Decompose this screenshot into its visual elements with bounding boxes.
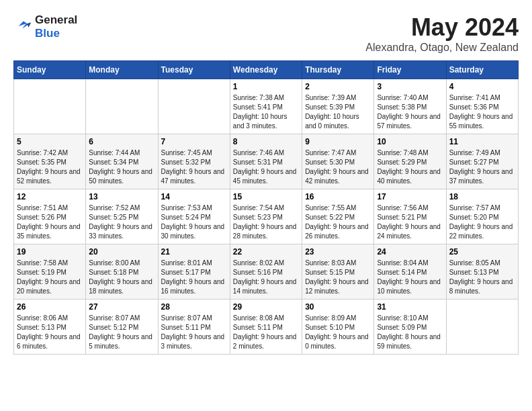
daylight-text: Daylight: 9 hours and 3 minutes. <box>161 333 225 350</box>
sunrise-text: Sunrise: 8:09 AM <box>305 314 356 322</box>
day-number: 8 <box>233 137 299 146</box>
day-info: Sunrise: 8:04 AM Sunset: 5:14 PM Dayligh… <box>377 259 443 296</box>
sunset-text: Sunset: 5:24 PM <box>161 214 211 221</box>
sunrise-text: Sunrise: 7:53 AM <box>161 204 212 212</box>
page-header: General Blue May 2024 Alexandra, Otago, … <box>13 13 519 54</box>
day-info: Sunrise: 7:42 AM Sunset: 5:35 PM Dayligh… <box>17 148 83 186</box>
daylight-text: Daylight: 9 hours and 35 minutes. <box>17 223 81 240</box>
day-number: 23 <box>305 247 371 257</box>
day-info: Sunrise: 7:51 AM Sunset: 5:26 PM Dayligh… <box>17 203 83 241</box>
sunrise-text: Sunrise: 8:03 AM <box>305 259 356 267</box>
sunset-text: Sunset: 5:16 PM <box>233 269 283 276</box>
calendar-cell: 13 Sunrise: 7:52 AM Sunset: 5:25 PM Dayl… <box>86 189 158 244</box>
calendar-cell: 2 Sunrise: 7:39 AM Sunset: 5:39 PM Dayli… <box>302 79 374 134</box>
calendar-cell: 12 Sunrise: 7:51 AM Sunset: 5:26 PM Dayl… <box>14 189 86 244</box>
day-number: 3 <box>377 82 443 91</box>
daylight-text: Daylight: 9 hours and 10 minutes. <box>377 278 441 295</box>
day-number: 30 <box>305 302 371 312</box>
sunrise-text: Sunrise: 8:02 AM <box>233 259 284 267</box>
daylight-text: Daylight: 9 hours and 24 minutes. <box>377 223 441 240</box>
logo-icon <box>13 17 32 36</box>
day-number: 7 <box>161 137 227 146</box>
sunset-text: Sunset: 5:14 PM <box>377 269 427 276</box>
day-number: 5 <box>17 137 83 146</box>
day-info: Sunrise: 7:53 AM Sunset: 5:24 PM Dayligh… <box>161 203 227 241</box>
day-info: Sunrise: 7:49 AM Sunset: 5:27 PM Dayligh… <box>449 148 515 186</box>
sunrise-text: Sunrise: 7:47 AM <box>305 149 356 156</box>
sunrise-text: Sunrise: 8:04 AM <box>377 259 428 267</box>
day-number: 17 <box>377 192 443 201</box>
sunset-text: Sunset: 5:13 PM <box>17 324 66 331</box>
calendar-cell: 14 Sunrise: 7:53 AM Sunset: 5:24 PM Dayl… <box>158 189 230 244</box>
sunset-text: Sunset: 5:15 PM <box>305 269 355 276</box>
day-info: Sunrise: 8:07 AM Sunset: 5:12 PM Dayligh… <box>89 314 154 351</box>
day-number: 10 <box>377 137 443 146</box>
calendar-cell: 4 Sunrise: 7:41 AM Sunset: 5:36 PM Dayli… <box>446 79 518 134</box>
daylight-text: Daylight: 9 hours and 22 minutes. <box>449 223 513 240</box>
day-info: Sunrise: 8:03 AM Sunset: 5:15 PM Dayligh… <box>305 259 371 296</box>
title-block: May 2024 Alexandra, Otago, New Zealand <box>365 13 519 54</box>
daylight-text: Daylight: 9 hours and 12 minutes. <box>305 278 369 295</box>
sunrise-text: Sunrise: 7:54 AM <box>233 204 284 212</box>
day-number: 29 <box>233 302 299 312</box>
calendar-cell <box>446 300 518 355</box>
day-number: 13 <box>89 192 154 201</box>
sunset-text: Sunset: 5:26 PM <box>17 214 66 221</box>
daylight-text: Daylight: 9 hours and 37 minutes. <box>449 168 513 185</box>
daylight-text: Daylight: 9 hours and 28 minutes. <box>233 223 297 240</box>
sunset-text: Sunset: 5:31 PM <box>233 158 283 166</box>
daylight-text: Daylight: 9 hours and 50 minutes. <box>89 168 152 185</box>
calendar-cell: 23 Sunrise: 8:03 AM Sunset: 5:15 PM Dayl… <box>302 244 374 300</box>
day-number: 21 <box>161 247 227 257</box>
sunrise-text: Sunrise: 7:52 AM <box>89 204 140 212</box>
calendar-cell: 10 Sunrise: 7:48 AM Sunset: 5:29 PM Dayl… <box>374 134 446 189</box>
weekday-header-thursday: Thursday <box>302 61 374 79</box>
sunrise-text: Sunrise: 8:05 AM <box>449 259 500 267</box>
day-number: 6 <box>89 137 154 146</box>
day-number: 9 <box>305 137 371 146</box>
day-info: Sunrise: 7:41 AM Sunset: 5:36 PM Dayligh… <box>449 93 515 131</box>
day-info: Sunrise: 7:45 AM Sunset: 5:32 PM Dayligh… <box>161 148 227 186</box>
day-info: Sunrise: 7:54 AM Sunset: 5:23 PM Dayligh… <box>233 203 299 241</box>
weekday-header-sunday: Sunday <box>14 61 86 79</box>
day-info: Sunrise: 8:08 AM Sunset: 5:11 PM Dayligh… <box>233 314 299 351</box>
day-number: 20 <box>89 247 154 257</box>
day-info: Sunrise: 7:44 AM Sunset: 5:34 PM Dayligh… <box>89 148 154 186</box>
location-title: Alexandra, Otago, New Zealand <box>365 42 519 54</box>
daylight-text: Daylight: 8 hours and 59 minutes. <box>377 333 441 350</box>
sunrise-text: Sunrise: 8:06 AM <box>17 314 68 322</box>
sunrise-text: Sunrise: 7:56 AM <box>377 204 428 212</box>
sunrise-text: Sunrise: 7:45 AM <box>161 149 212 156</box>
daylight-text: Daylight: 9 hours and 45 minutes. <box>233 168 297 185</box>
day-info: Sunrise: 8:01 AM Sunset: 5:17 PM Dayligh… <box>161 259 227 296</box>
daylight-text: Daylight: 9 hours and 14 minutes. <box>233 278 297 295</box>
sunrise-text: Sunrise: 7:41 AM <box>449 94 500 101</box>
calendar-week-row: 1 Sunrise: 7:38 AM Sunset: 5:41 PM Dayli… <box>14 79 519 134</box>
calendar-cell <box>158 79 230 134</box>
daylight-text: Daylight: 9 hours and 55 minutes. <box>449 113 513 130</box>
calendar-cell: 8 Sunrise: 7:46 AM Sunset: 5:31 PM Dayli… <box>230 134 302 189</box>
sunrise-text: Sunrise: 8:07 AM <box>161 314 212 322</box>
calendar-cell: 5 Sunrise: 7:42 AM Sunset: 5:35 PM Dayli… <box>14 134 86 189</box>
day-number: 12 <box>17 192 83 201</box>
calendar-cell: 19 Sunrise: 7:58 AM Sunset: 5:19 PM Dayl… <box>14 244 86 300</box>
sunset-text: Sunset: 5:09 PM <box>377 324 427 331</box>
sunset-text: Sunset: 5:27 PM <box>449 158 499 166</box>
weekday-header-monday: Monday <box>86 61 158 79</box>
calendar-week-row: 5 Sunrise: 7:42 AM Sunset: 5:35 PM Dayli… <box>14 134 519 189</box>
day-number: 27 <box>89 302 154 312</box>
sunrise-text: Sunrise: 7:49 AM <box>449 149 500 156</box>
day-info: Sunrise: 7:52 AM Sunset: 5:25 PM Dayligh… <box>89 203 154 241</box>
weekday-header-friday: Friday <box>374 61 446 79</box>
day-number: 16 <box>305 192 371 201</box>
sunset-text: Sunset: 5:21 PM <box>377 214 427 221</box>
calendar-cell: 30 Sunrise: 8:09 AM Sunset: 5:10 PM Dayl… <box>302 300 374 355</box>
calendar-table: SundayMondayTuesdayWednesdayThursdayFrid… <box>13 60 519 355</box>
weekday-header-saturday: Saturday <box>446 61 518 79</box>
calendar-cell: 7 Sunrise: 7:45 AM Sunset: 5:32 PM Dayli… <box>158 134 230 189</box>
calendar-cell: 28 Sunrise: 8:07 AM Sunset: 5:11 PM Dayl… <box>158 300 230 355</box>
sunset-text: Sunset: 5:29 PM <box>377 158 427 166</box>
calendar-week-row: 19 Sunrise: 7:58 AM Sunset: 5:19 PM Dayl… <box>14 244 519 300</box>
day-info: Sunrise: 7:58 AM Sunset: 5:19 PM Dayligh… <box>17 259 83 296</box>
sunrise-text: Sunrise: 8:01 AM <box>161 259 212 267</box>
